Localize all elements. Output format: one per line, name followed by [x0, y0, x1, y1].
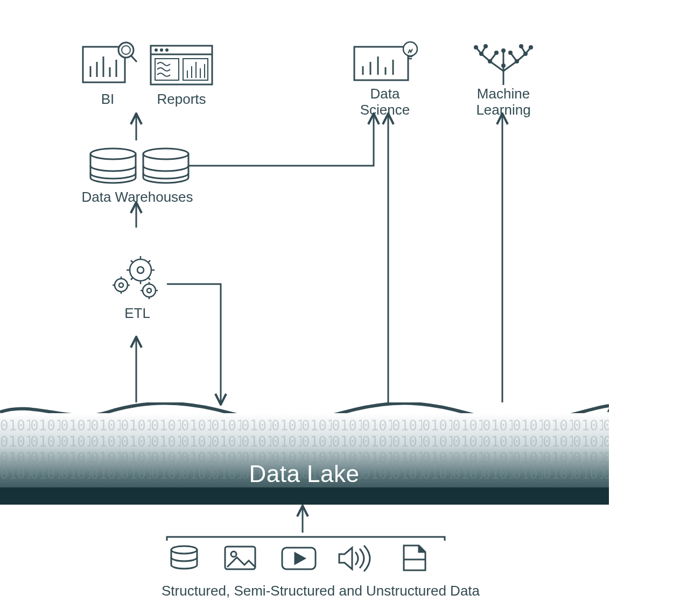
- arrow-etl-to-lake: [167, 284, 221, 403]
- data-science-label: Data Science: [339, 86, 431, 118]
- svg-point-52: [519, 44, 523, 48]
- arrow-warehouses-to-datascience: [188, 115, 374, 166]
- svg-point-45: [479, 52, 483, 56]
- node-machine-learning: Machine Learning: [458, 38, 549, 118]
- svg-line-8: [131, 55, 137, 62]
- video-icon: [282, 548, 316, 569]
- ml-tree-icon: [458, 38, 549, 86]
- node-bi: BI: [75, 40, 140, 108]
- svg-point-48: [523, 52, 528, 56]
- audio-icon: [339, 546, 370, 571]
- svg-point-49: [501, 48, 506, 53]
- data-lake-graphic: 0101 Data Lake: [0, 402, 609, 505]
- data-science-icon: [339, 40, 431, 86]
- svg-point-11: [155, 48, 158, 52]
- svg-point-44: [515, 59, 519, 63]
- svg-point-72: [143, 284, 156, 297]
- file-icon: [404, 546, 425, 570]
- svg-point-50: [474, 45, 478, 49]
- node-etl: ETL: [105, 252, 170, 322]
- etl-gears-icon: [105, 252, 170, 306]
- svg-point-53: [529, 45, 533, 49]
- svg-point-57: [137, 267, 144, 273]
- reports-icon: [141, 40, 222, 91]
- svg-line-62: [131, 260, 133, 263]
- svg-point-54: [90, 148, 136, 159]
- svg-line-65: [148, 260, 150, 263]
- svg-point-51: [483, 44, 488, 48]
- ml-label: Machine Learning: [458, 86, 549, 118]
- svg-point-13: [165, 48, 169, 52]
- node-data-lake: 0101 Data Lake Data Lake: [0, 402, 609, 505]
- warehouses-icon: [75, 146, 199, 189]
- svg-point-27: [403, 42, 417, 56]
- svg-rect-21: [354, 47, 408, 80]
- svg-point-66: [115, 279, 128, 292]
- node-data-science: Data Science: [339, 40, 431, 118]
- svg-point-43: [488, 59, 492, 63]
- bi-label: BI: [75, 91, 140, 108]
- sources-label: Structured, Semi-Structured and Unstruct…: [162, 583, 452, 599]
- svg-point-55: [143, 148, 188, 159]
- database-icon: [171, 546, 197, 569]
- svg-point-42: [501, 63, 506, 68]
- reports-label: Reports: [141, 91, 222, 108]
- warehouses-label: Data Warehouses: [75, 189, 199, 206]
- svg-line-64: [131, 278, 133, 280]
- svg-point-84: [231, 551, 236, 557]
- data-lake-label-svgtext: Data Lake: [249, 461, 359, 487]
- sources-icons: [162, 543, 452, 576]
- svg-rect-81: [0, 487, 609, 505]
- node-data-warehouses: Data Warehouses: [75, 146, 199, 206]
- etl-label: ETL: [105, 306, 170, 322]
- svg-point-67: [119, 283, 123, 287]
- node-data-sources: Structured, Semi-Structured and Unstruct…: [162, 543, 452, 599]
- svg-line-63: [148, 278, 150, 280]
- sources-bracket: [167, 537, 445, 541]
- svg-rect-9: [151, 46, 212, 84]
- bi-icon: [75, 40, 140, 91]
- svg-point-82: [171, 546, 197, 554]
- svg-point-73: [147, 288, 151, 293]
- svg-point-47: [508, 51, 513, 55]
- node-reports: Reports: [141, 40, 222, 108]
- diagram-canvas: BI Reports: [0, 0, 687, 616]
- svg-point-46: [494, 51, 499, 55]
- svg-point-12: [160, 48, 163, 52]
- image-icon: [225, 547, 255, 569]
